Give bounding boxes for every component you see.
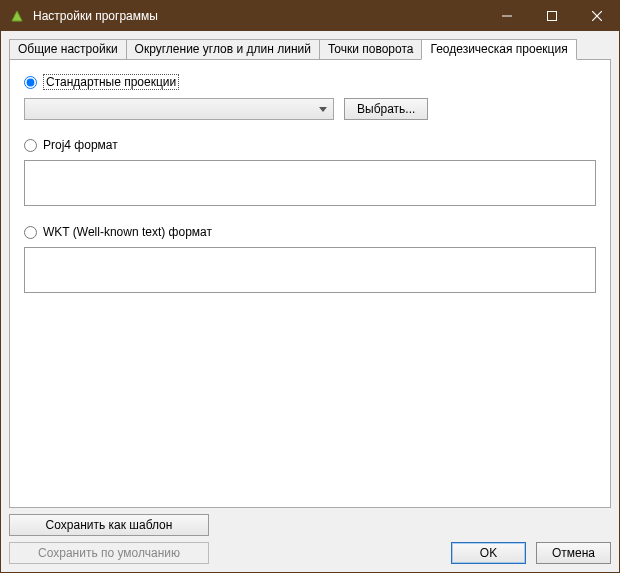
tab-geodetic-projection[interactable]: Геодезическая проекция xyxy=(421,39,576,60)
radio-wkt-label: WKT (Well-known text) формат xyxy=(43,225,212,239)
window-controls xyxy=(484,1,619,31)
standard-projection-row: Выбрать... xyxy=(24,98,596,120)
app-icon xyxy=(9,8,25,24)
tab-label: Геодезическая проекция xyxy=(430,42,567,56)
svg-rect-1 xyxy=(547,12,556,21)
proj4-block xyxy=(24,160,596,209)
radio-proj4[interactable] xyxy=(24,139,37,152)
tab-label: Общие настройки xyxy=(18,42,118,56)
tab-label: Округление углов и длин линий xyxy=(135,42,311,56)
button-label: OK xyxy=(480,546,497,560)
tab-general[interactable]: Общие настройки xyxy=(9,39,127,59)
radio-row-wkt: WKT (Well-known text) формат xyxy=(24,225,596,239)
select-projection-button[interactable]: Выбрать... xyxy=(344,98,428,120)
wkt-input[interactable] xyxy=(24,247,596,293)
minimize-button[interactable] xyxy=(484,1,529,31)
radio-standard-label: Стандартные проекции xyxy=(43,74,179,90)
radio-row-standard: Стандартные проекции xyxy=(24,74,596,90)
radio-standard-projections[interactable] xyxy=(24,76,37,89)
dialog-footer: Сохранить как шаблон Сохранить по умолча… xyxy=(9,508,611,564)
window-title: Настройки программы xyxy=(33,9,484,23)
tab-label: Точки поворота xyxy=(328,42,414,56)
radio-row-proj4: Proj4 формат xyxy=(24,138,596,152)
radio-wkt[interactable] xyxy=(24,226,37,239)
tab-panel-geodetic: Стандартные проекции Выбрать... Proj4 фо… xyxy=(9,59,611,508)
ok-button[interactable]: OK xyxy=(451,542,526,564)
button-label: Сохранить как шаблон xyxy=(46,518,173,532)
proj4-input[interactable] xyxy=(24,160,596,206)
radio-proj4-label: Proj4 формат xyxy=(43,138,118,152)
client-area: Общие настройки Округление углов и длин … xyxy=(1,31,619,572)
tab-strip: Общие настройки Округление углов и длин … xyxy=(9,37,611,59)
maximize-button[interactable] xyxy=(529,1,574,31)
tab-rounding[interactable]: Округление углов и длин линий xyxy=(126,39,320,59)
titlebar: Настройки программы xyxy=(1,1,619,31)
button-label: Отмена xyxy=(552,546,595,560)
settings-window: Настройки программы Общие настройки Окру… xyxy=(0,0,620,573)
button-label: Сохранить по умолчанию xyxy=(38,546,180,560)
button-label: Выбрать... xyxy=(357,102,415,116)
projection-combo[interactable] xyxy=(24,98,334,120)
wkt-block xyxy=(24,247,596,296)
chevron-down-icon xyxy=(314,99,332,119)
save-as-template-button[interactable]: Сохранить как шаблон xyxy=(9,514,209,536)
cancel-button[interactable]: Отмена xyxy=(536,542,611,564)
tab-turnpoints[interactable]: Точки поворота xyxy=(319,39,423,59)
save-as-default-button[interactable]: Сохранить по умолчанию xyxy=(9,542,209,564)
close-button[interactable] xyxy=(574,1,619,31)
